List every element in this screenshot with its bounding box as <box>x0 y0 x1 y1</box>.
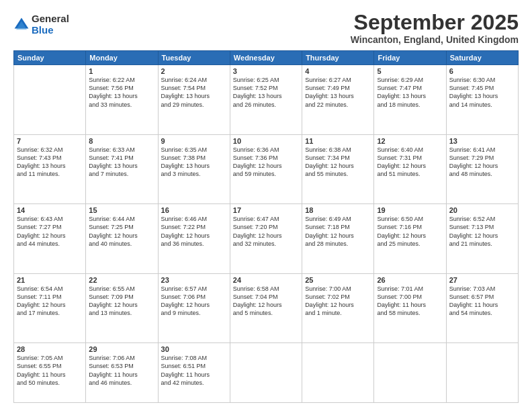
page: General Blue September 2025 Wincanton, E… <box>0 0 532 411</box>
day-number: 8 <box>89 137 154 145</box>
day-number: 11 <box>305 137 371 145</box>
table-row: 9Sunrise: 6:35 AM Sunset: 7:38 PM Daylig… <box>158 134 230 204</box>
month-title: September 2025 <box>351 11 519 34</box>
table-row: 22Sunrise: 6:55 AM Sunset: 7:09 PM Dayli… <box>86 273 158 343</box>
day-info: Sunrise: 7:03 AM Sunset: 6:57 PM Dayligh… <box>449 285 515 318</box>
day-info: Sunrise: 6:41 AM Sunset: 7:29 PM Dayligh… <box>449 146 515 179</box>
day-number: 15 <box>89 206 154 214</box>
day-number: 23 <box>161 276 227 284</box>
day-number: 16 <box>161 206 227 214</box>
day-info: Sunrise: 6:58 AM Sunset: 7:04 PM Dayligh… <box>233 285 299 318</box>
table-row: 2Sunrise: 6:24 AM Sunset: 7:54 PM Daylig… <box>158 65 230 135</box>
day-info: Sunrise: 6:27 AM Sunset: 7:49 PM Dayligh… <box>305 76 371 109</box>
table-row: 30Sunrise: 7:08 AM Sunset: 6:51 PM Dayli… <box>158 343 230 403</box>
table-row: 21Sunrise: 6:54 AM Sunset: 7:11 PM Dayli… <box>14 273 86 343</box>
day-info: Sunrise: 6:47 AM Sunset: 7:20 PM Dayligh… <box>233 215 299 248</box>
day-number: 12 <box>377 137 443 145</box>
table-row: 18Sunrise: 6:49 AM Sunset: 7:18 PM Dayli… <box>302 204 374 274</box>
day-number: 24 <box>233 276 299 284</box>
day-number: 1 <box>89 67 154 75</box>
day-number: 22 <box>89 276 154 284</box>
day-info: Sunrise: 6:46 AM Sunset: 7:22 PM Dayligh… <box>161 215 227 248</box>
day-info: Sunrise: 6:30 AM Sunset: 7:45 PM Dayligh… <box>449 76 515 109</box>
col-monday: Monday <box>86 51 158 65</box>
logo-icon <box>13 17 30 33</box>
table-row: 13Sunrise: 6:41 AM Sunset: 7:29 PM Dayli… <box>446 134 518 204</box>
logo-general: General <box>32 13 69 25</box>
table-row: 26Sunrise: 7:01 AM Sunset: 7:00 PM Dayli… <box>374 273 446 343</box>
day-info: Sunrise: 6:32 AM Sunset: 7:43 PM Dayligh… <box>17 146 83 179</box>
day-number: 3 <box>233 67 299 75</box>
day-info: Sunrise: 6:55 AM Sunset: 7:09 PM Dayligh… <box>89 285 154 318</box>
table-row: 15Sunrise: 6:44 AM Sunset: 7:25 PM Dayli… <box>86 204 158 274</box>
location: Wincanton, England, United Kingdom <box>351 34 519 45</box>
day-info: Sunrise: 7:06 AM Sunset: 6:53 PM Dayligh… <box>89 354 154 387</box>
day-info: Sunrise: 6:38 AM Sunset: 7:34 PM Dayligh… <box>305 146 371 179</box>
table-row <box>446 343 518 403</box>
day-number: 25 <box>305 276 371 284</box>
col-saturday: Saturday <box>446 51 518 65</box>
table-row: 10Sunrise: 6:36 AM Sunset: 7:36 PM Dayli… <box>230 134 302 204</box>
calendar-table: Sunday Monday Tuesday Wednesday Thursday… <box>13 50 519 403</box>
day-number: 27 <box>449 276 515 284</box>
day-number: 17 <box>233 206 299 214</box>
day-info: Sunrise: 6:36 AM Sunset: 7:36 PM Dayligh… <box>233 146 299 179</box>
day-info: Sunrise: 6:49 AM Sunset: 7:18 PM Dayligh… <box>305 215 371 248</box>
table-row: 3Sunrise: 6:25 AM Sunset: 7:52 PM Daylig… <box>230 65 302 135</box>
table-row: 17Sunrise: 6:47 AM Sunset: 7:20 PM Dayli… <box>230 204 302 274</box>
table-row: 11Sunrise: 6:38 AM Sunset: 7:34 PM Dayli… <box>302 134 374 204</box>
day-number: 7 <box>17 137 83 145</box>
day-info: Sunrise: 7:05 AM Sunset: 6:55 PM Dayligh… <box>17 354 83 387</box>
day-info: Sunrise: 6:44 AM Sunset: 7:25 PM Dayligh… <box>89 215 154 248</box>
day-number: 29 <box>89 345 154 353</box>
day-number: 21 <box>17 276 83 284</box>
day-number: 14 <box>17 206 83 214</box>
table-row: 28Sunrise: 7:05 AM Sunset: 6:55 PM Dayli… <box>14 343 86 403</box>
table-row: 14Sunrise: 6:43 AM Sunset: 7:27 PM Dayli… <box>14 204 86 274</box>
day-number: 10 <box>233 137 299 145</box>
table-row: 23Sunrise: 6:57 AM Sunset: 7:06 PM Dayli… <box>158 273 230 343</box>
day-info: Sunrise: 6:29 AM Sunset: 7:47 PM Dayligh… <box>377 76 443 109</box>
day-info: Sunrise: 7:00 AM Sunset: 7:02 PM Dayligh… <box>305 285 371 318</box>
col-wednesday: Wednesday <box>230 51 302 65</box>
table-row: 20Sunrise: 6:52 AM Sunset: 7:13 PM Dayli… <box>446 204 518 274</box>
table-row: 7Sunrise: 6:32 AM Sunset: 7:43 PM Daylig… <box>14 134 86 204</box>
table-row <box>302 343 374 403</box>
day-info: Sunrise: 6:54 AM Sunset: 7:11 PM Dayligh… <box>17 285 83 318</box>
day-number: 5 <box>377 67 443 75</box>
col-friday: Friday <box>374 51 446 65</box>
table-row: 19Sunrise: 6:50 AM Sunset: 7:16 PM Dayli… <box>374 204 446 274</box>
table-row: 4Sunrise: 6:27 AM Sunset: 7:49 PM Daylig… <box>302 65 374 135</box>
logo-blue: Blue <box>32 25 69 36</box>
day-info: Sunrise: 6:33 AM Sunset: 7:41 PM Dayligh… <box>89 146 154 179</box>
logo-text: General Blue <box>32 13 69 36</box>
col-thursday: Thursday <box>302 51 374 65</box>
day-info: Sunrise: 6:40 AM Sunset: 7:31 PM Dayligh… <box>377 146 443 179</box>
day-number: 19 <box>377 206 443 214</box>
table-row: 6Sunrise: 6:30 AM Sunset: 7:45 PM Daylig… <box>446 65 518 135</box>
day-info: Sunrise: 6:50 AM Sunset: 7:16 PM Dayligh… <box>377 215 443 248</box>
day-info: Sunrise: 6:24 AM Sunset: 7:54 PM Dayligh… <box>161 76 227 109</box>
logo: General Blue <box>13 13 69 36</box>
day-number: 4 <box>305 67 371 75</box>
table-row: 24Sunrise: 6:58 AM Sunset: 7:04 PM Dayli… <box>230 273 302 343</box>
day-number: 13 <box>449 137 515 145</box>
table-row: 5Sunrise: 6:29 AM Sunset: 7:47 PM Daylig… <box>374 65 446 135</box>
table-row: 25Sunrise: 7:00 AM Sunset: 7:02 PM Dayli… <box>302 273 374 343</box>
header-row: Sunday Monday Tuesday Wednesday Thursday… <box>14 51 519 65</box>
day-number: 20 <box>449 206 515 214</box>
header: General Blue September 2025 Wincanton, E… <box>13 11 519 45</box>
day-number: 6 <box>449 67 515 75</box>
table-row: 29Sunrise: 7:06 AM Sunset: 6:53 PM Dayli… <box>86 343 158 403</box>
day-info: Sunrise: 7:01 AM Sunset: 7:00 PM Dayligh… <box>377 285 443 318</box>
table-row <box>230 343 302 403</box>
day-info: Sunrise: 6:35 AM Sunset: 7:38 PM Dayligh… <box>161 146 227 179</box>
day-number: 9 <box>161 137 227 145</box>
day-info: Sunrise: 6:52 AM Sunset: 7:13 PM Dayligh… <box>449 215 515 248</box>
table-row: 27Sunrise: 7:03 AM Sunset: 6:57 PM Dayli… <box>446 273 518 343</box>
table-row: 8Sunrise: 6:33 AM Sunset: 7:41 PM Daylig… <box>86 134 158 204</box>
day-number: 2 <box>161 67 227 75</box>
table-row: 1Sunrise: 6:22 AM Sunset: 7:56 PM Daylig… <box>86 65 158 135</box>
day-number: 26 <box>377 276 443 284</box>
table-row: 16Sunrise: 6:46 AM Sunset: 7:22 PM Dayli… <box>158 204 230 274</box>
